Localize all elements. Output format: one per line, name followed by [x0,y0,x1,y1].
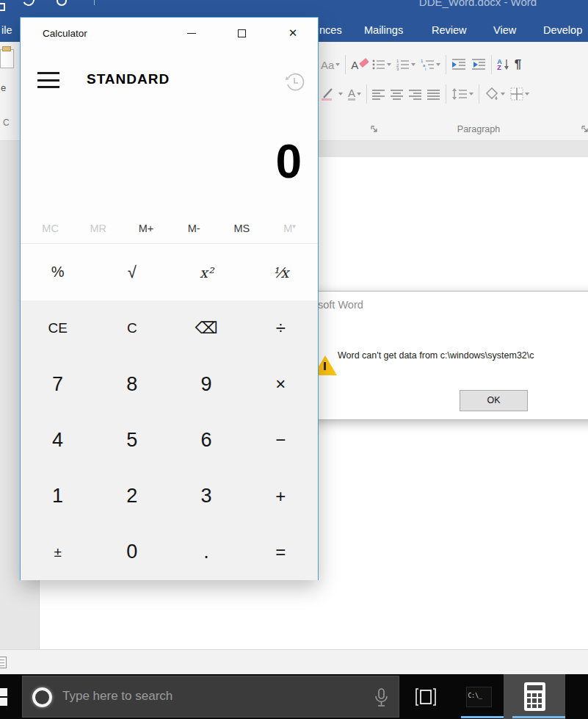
key-backspace[interactable]: ⌫ [170,300,244,356]
numbering-button[interactable]: 123 [396,59,415,71]
key-4[interactable]: 4 [21,412,95,468]
down-arrow-icon [504,59,509,71]
calculator-display: 0 [21,128,318,195]
close-button[interactable]: ✕ [277,22,309,44]
chevron-down-icon [335,63,340,66]
maximize-button[interactable] [225,22,258,44]
clipboard-group-fragment: C [3,118,10,128]
qat-separator [94,0,95,5]
justify-icon [427,89,440,100]
memory-row: MC MR M+ M- MS M▾ [26,216,313,241]
borders-button[interactable] [510,87,529,101]
start-button[interactable] [0,688,7,706]
font-color-button[interactable]: A [348,87,361,101]
key-0[interactable]: 0 [95,524,169,580]
memory-add-button[interactable]: M+ [122,216,170,241]
align-right-button[interactable] [409,89,422,100]
microphone-icon[interactable] [373,687,389,708]
hamburger-icon [37,72,59,74]
bullets-button[interactable] [372,59,391,71]
tab-review[interactable]: Review [432,18,467,42]
paste-icon[interactable] [0,49,14,68]
undo-icon[interactable] [21,0,37,7]
proofing-status-icon[interactable] [0,657,7,668]
key-7[interactable]: 7 [21,356,95,412]
change-case-button[interactable]: Aa [321,59,340,71]
key-clear[interactable]: C [95,300,169,356]
paragraph-group-label: Paragraph [383,124,574,134]
redo-icon[interactable] [57,0,67,6]
key-negate[interactable]: ± [21,524,95,580]
key-sqrt[interactable]: √ [95,244,169,300]
key-5[interactable]: 5 [95,412,169,468]
cortana-icon[interactable] [32,687,52,707]
tab-mailings[interactable]: Mailings [364,18,403,42]
function-row: % √ x² ¹⁄x [21,244,318,300]
key-divide[interactable]: ÷ [244,300,318,356]
key-add[interactable]: + [244,469,318,524]
ok-button[interactable]: OK [460,390,528,411]
key-subtract[interactable]: − [244,412,318,468]
increase-indent-icon [471,59,486,71]
shading-button[interactable] [484,87,505,101]
memory-store-button[interactable]: MS [218,216,266,241]
search-input[interactable]: Type here to search [22,676,399,718]
calc-running-indicator [512,716,565,718]
minimize-button[interactable] [175,22,208,44]
key-6[interactable]: 6 [170,412,244,468]
key-equals[interactable]: = [244,524,318,580]
tab-file[interactable]: ile [1,18,12,42]
menu-button[interactable] [37,72,59,88]
tab-developer[interactable]: Develop [543,18,582,42]
multilevel-list-icon: 1ai [421,59,435,71]
calculator-window: Calculator ✕ STANDARD 0 MC MR M+ M- MS M… [20,17,319,580]
text-highlight-button[interactable] [321,87,343,101]
key-3[interactable]: 3 [170,469,244,524]
calculator-taskbar-button[interactable] [504,674,565,719]
highlighter-icon [321,87,337,101]
search-placeholder: Type here to search [62,689,173,704]
justify-button[interactable] [427,89,440,100]
taskbar: Type here to search C:\_ [0,674,588,719]
close-icon: ✕ [288,26,298,40]
history-button[interactable] [284,72,305,93]
command-prompt-button[interactable]: C:\_ [454,674,504,719]
align-center-button[interactable] [391,89,404,100]
align-right-icon [409,89,422,100]
key-percent[interactable]: % [21,244,95,300]
sort-button[interactable]: AZ [497,59,509,71]
key-2[interactable]: 2 [95,469,169,524]
tab-view[interactable]: View [493,18,516,42]
word-document-title: DDE_Word.docx - Word [419,0,537,8]
word-message-dialog: soft Word Word can't get data from c:\wi… [309,291,588,420]
key-clear-entry[interactable]: CE [21,300,95,356]
eraser-icon [360,57,370,67]
decrease-indent-button[interactable] [451,59,466,71]
memory-subtract-button[interactable]: M- [170,216,218,241]
key-8[interactable]: 8 [95,356,169,412]
align-left-button[interactable] [372,89,385,100]
task-view-button[interactable] [402,674,449,719]
key-square[interactable]: x² [170,244,244,300]
key-1[interactable]: 1 [21,469,95,524]
paint-bucket-icon [484,87,499,101]
key-multiply[interactable]: × [244,356,318,412]
key-9[interactable]: 9 [170,356,244,412]
key-decimal[interactable]: . [170,524,244,580]
memory-flyout-button[interactable]: M▾ [266,216,313,241]
clear-formatting-button[interactable]: A [351,59,367,71]
multilevel-list-button[interactable]: 1ai [421,59,440,71]
tab-references[interactable]: nces [319,18,342,42]
increase-indent-button[interactable] [471,59,486,71]
key-reciprocal[interactable]: ¹⁄x [244,244,318,300]
show-formatting-marks-button[interactable]: ¶ [515,57,521,72]
font-dialog-launcher-icon[interactable] [371,126,378,133]
minimize-icon [187,33,196,34]
bullet-list-icon [372,59,385,71]
memory-clear-button[interactable]: MC [26,216,74,241]
memory-recall-button[interactable]: MR [74,216,122,241]
paragraph-dialog-launcher-icon[interactable] [581,126,588,133]
line-spacing-button[interactable] [451,88,473,100]
keypad: CE C ⌫ ÷ 7 8 9 × 4 5 6 − 1 2 3 + ± 0 . = [21,300,318,580]
cmd-running-indicator [461,716,504,718]
